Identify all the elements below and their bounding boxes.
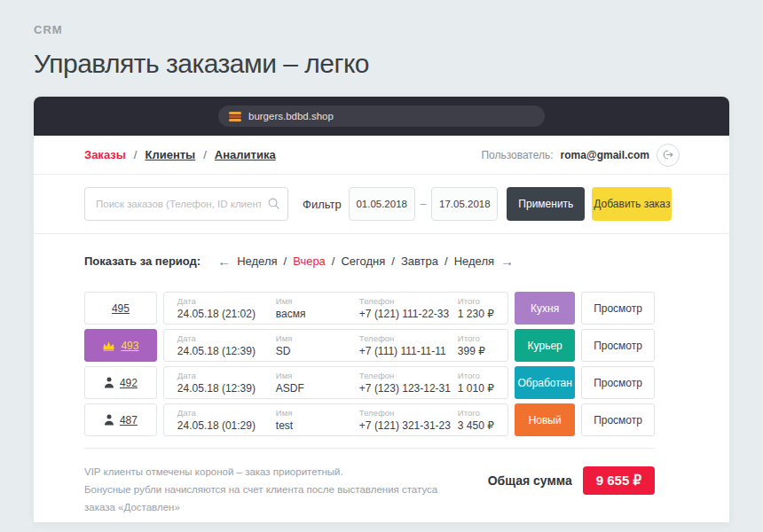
date-from-input[interactable]: 01.05.2018 xyxy=(349,187,415,221)
prev-week-arrow-icon[interactable]: ← xyxy=(217,254,231,269)
browser-window: burgers.bdbd.shop Заказы / Клиенты / Ана… xyxy=(34,97,729,522)
crm-eyebrow: CRM xyxy=(34,23,729,36)
apply-button[interactable]: Применить xyxy=(507,187,585,221)
phone-label: Телефон xyxy=(359,333,458,343)
period-item-week-prev[interactable]: Неделя xyxy=(237,254,277,268)
search-icon xyxy=(267,197,280,210)
order-id-link[interactable]: 487 xyxy=(120,414,138,426)
total-sum-badge: 9 655 ₽ xyxy=(583,466,655,495)
view-button[interactable]: Просмотр xyxy=(581,329,655,362)
nav-tab-clients[interactable]: Клиенты xyxy=(145,148,195,161)
search-input[interactable] xyxy=(84,187,288,221)
table-row: 495 Дата24.05.18 (21:02) Имявасмя Телефо… xyxy=(84,292,655,325)
table-row: 487 Дата24.05.18 (01:29) Имяtest Телефон… xyxy=(84,403,655,436)
logout-icon xyxy=(662,148,675,161)
address-url: burgers.bdbd.shop xyxy=(248,111,334,121)
page-title: Управлять заказами – легко xyxy=(34,49,729,79)
nav-tab-analytics[interactable]: Аналитика xyxy=(215,148,276,161)
user-label: Пользователь: xyxy=(481,149,553,161)
order-summary-card: Дата24.05.18 (01:29) Имяtest Телефон+7 (… xyxy=(163,403,508,436)
orders-table: 495 Дата24.05.18 (21:02) Имявасмя Телефо… xyxy=(84,292,655,436)
table-row: 493 Дата24.05.18 (12:39) ИмяSD Телефон+7… xyxy=(84,329,655,362)
order-id-cell[interactable]: 495 xyxy=(84,292,157,325)
date-label: Дата xyxy=(177,296,276,306)
date-value: 24.05.18 (12:39) xyxy=(177,382,276,395)
next-week-arrow-icon[interactable]: → xyxy=(500,254,514,269)
period-item-tomorrow[interactable]: Завтра xyxy=(401,254,438,268)
panel-footer: VIP клиенты отмечены короной – заказ при… xyxy=(34,449,729,516)
total-value: 1 230 ₽ xyxy=(458,308,507,320)
date-value: 24.05.18 (01:29) xyxy=(177,419,276,432)
status-badge[interactable]: Обработан xyxy=(515,366,575,399)
address-bar[interactable]: burgers.bdbd.shop xyxy=(218,106,545,127)
phone-value: +7 (121) 321-31-23 xyxy=(359,419,458,432)
order-id-cell[interactable]: 492 xyxy=(84,366,157,399)
name-label: Имя xyxy=(276,408,359,418)
nav-separator: / xyxy=(203,148,207,161)
user-block: Пользователь: roma@gmail.com xyxy=(481,144,680,167)
filter-label: Фильтр xyxy=(303,198,342,211)
total-value: 399 ₽ xyxy=(458,345,507,357)
crown-icon xyxy=(102,340,115,351)
add-order-button[interactable]: Добавить заказ xyxy=(592,187,672,221)
browser-bar: burgers.bdbd.shop xyxy=(34,97,729,136)
status-badge[interactable]: Кухня xyxy=(515,292,575,325)
person-icon xyxy=(104,414,114,426)
date-to-input[interactable]: 17.05.2018 xyxy=(431,187,498,221)
bonus-note: Бонусные рубли начисляются на счет клиен… xyxy=(84,481,439,516)
view-button[interactable]: Просмотр xyxy=(581,366,655,399)
name-value: test xyxy=(276,419,359,432)
name-label: Имя xyxy=(276,333,359,343)
period-separator: / xyxy=(391,254,395,268)
nav-separator: / xyxy=(134,148,138,161)
period-separator: / xyxy=(284,254,287,268)
burger-favicon-icon xyxy=(229,112,241,121)
period-selector: Показать за период: ← Неделя / Вчера / С… xyxy=(34,234,729,269)
person-icon xyxy=(104,377,114,388)
total-label: Итого xyxy=(458,371,507,380)
user-email: roma@gmail.com xyxy=(561,149,649,161)
status-badge[interactable]: Новый xyxy=(515,403,575,436)
view-button[interactable]: Просмотр xyxy=(581,403,655,436)
order-id-link[interactable]: 492 xyxy=(120,377,138,389)
order-id-cell-vip[interactable]: 493 xyxy=(84,329,157,362)
name-value: SD xyxy=(276,345,359,357)
nav-links: Заказы / Клиенты / Аналитика xyxy=(84,148,276,161)
order-summary-card: Дата24.05.18 (12:39) ИмяSD Телефон+7 (11… xyxy=(163,329,508,362)
name-label: Имя xyxy=(276,371,359,380)
date-value: 24.05.18 (12:39) xyxy=(177,345,276,357)
period-separator: / xyxy=(444,254,448,268)
vip-note: VIP клиенты отмечены короной – заказ при… xyxy=(84,463,439,481)
name-value: ASDF xyxy=(276,382,359,395)
order-id-cell[interactable]: 487 xyxy=(84,403,157,436)
name-label: Имя xyxy=(276,296,359,306)
period-label: Показать за период: xyxy=(84,254,201,268)
date-label: Дата xyxy=(177,408,276,418)
name-value: васмя xyxy=(276,308,359,320)
date-value: 24.05.18 (21:02) xyxy=(177,308,276,320)
order-id-link[interactable]: 493 xyxy=(121,340,138,352)
period-item-week-next[interactable]: Неделя xyxy=(454,254,494,268)
period-item-today[interactable]: Сегодня xyxy=(341,254,385,268)
period-item-yesterday[interactable]: Вчера xyxy=(293,254,326,268)
nav-row: Заказы / Клиенты / Аналитика Пользовател… xyxy=(34,136,729,175)
total-block: Общая сумма 9 655 ₽ xyxy=(488,466,655,495)
nav-tab-orders[interactable]: Заказы xyxy=(84,148,126,161)
page-header: CRM Управлять заказами – легко xyxy=(0,0,763,79)
total-value: 3 450 ₽ xyxy=(458,419,507,432)
date-range-dash: – xyxy=(421,198,427,210)
total-label: Итого xyxy=(458,296,507,306)
view-button[interactable]: Просмотр xyxy=(581,292,655,325)
phone-label: Телефон xyxy=(359,408,458,418)
status-badge[interactable]: Курьер xyxy=(515,329,575,362)
period-separator: / xyxy=(332,254,335,268)
table-row: 492 Дата24.05.18 (12:39) ИмяASDF Телефон… xyxy=(84,366,655,399)
logout-button[interactable] xyxy=(657,144,680,167)
total-label: Итого xyxy=(458,408,507,418)
total-sum-label: Общая сумма xyxy=(488,473,572,488)
date-label: Дата xyxy=(177,333,276,343)
phone-value: +7 (123) 123-12-31 xyxy=(359,382,458,395)
order-id-link[interactable]: 495 xyxy=(112,302,130,315)
phone-value: +7 (111) 111-11-11 xyxy=(359,345,458,357)
phone-value: +7 (121) 111-22-33 xyxy=(359,308,458,320)
